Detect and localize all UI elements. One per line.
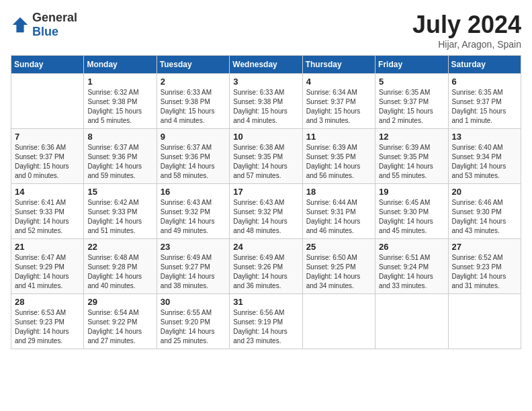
day-number: 21: [15, 242, 80, 252]
calendar-cell: 30 Sunrise: 6:55 AMSunset: 9:20 PMDaylig…: [157, 294, 229, 349]
day-info: Sunrise: 6:41 AMSunset: 9:33 PMDaylight:…: [15, 198, 80, 236]
day-info: Sunrise: 6:54 AMSunset: 9:22 PMDaylight:…: [87, 308, 152, 346]
calendar-cell: [375, 294, 448, 349]
calendar-cell: 31 Sunrise: 6:56 AMSunset: 9:19 PMDaylig…: [230, 294, 302, 349]
day-info: Sunrise: 6:39 AMSunset: 9:35 PMDaylight:…: [379, 143, 444, 181]
day-info: Sunrise: 6:39 AMSunset: 9:35 PMDaylight:…: [306, 143, 371, 181]
day-number: 16: [161, 187, 226, 197]
calendar-cell: [302, 294, 375, 349]
logo-icon: [11, 15, 30, 34]
calendar-cell: 12 Sunrise: 6:39 AMSunset: 9:35 PMDaylig…: [375, 129, 448, 184]
location: Hijar, Aragon, Spain: [412, 39, 521, 50]
weekday-header-wednesday: Wednesday: [230, 56, 302, 74]
calendar-week-row: 1 Sunrise: 6:32 AMSunset: 9:38 PMDayligh…: [11, 74, 521, 129]
calendar-week-row: 21 Sunrise: 6:47 AMSunset: 9:29 PMDaylig…: [11, 239, 521, 294]
day-number: 13: [452, 132, 517, 142]
day-number: 14: [15, 187, 80, 197]
logo: General Blue: [11, 11, 77, 39]
day-number: 25: [306, 242, 371, 252]
day-number: 20: [452, 187, 517, 197]
day-info: Sunrise: 6:44 AMSunset: 9:31 PMDaylight:…: [306, 198, 371, 236]
calendar-cell: 23 Sunrise: 6:49 AMSunset: 9:27 PMDaylig…: [157, 239, 229, 294]
calendar-cell: 19 Sunrise: 6:45 AMSunset: 9:30 PMDaylig…: [375, 184, 448, 239]
weekday-header-tuesday: Tuesday: [157, 56, 229, 74]
calendar-cell: 28 Sunrise: 6:53 AMSunset: 9:23 PMDaylig…: [11, 294, 84, 349]
day-number: 28: [15, 297, 80, 307]
calendar-cell: 26 Sunrise: 6:51 AMSunset: 9:24 PMDaylig…: [375, 239, 448, 294]
calendar-cell: [11, 74, 84, 129]
day-info: Sunrise: 6:32 AMSunset: 9:38 PMDaylight:…: [87, 88, 152, 126]
calendar-cell: 11 Sunrise: 6:39 AMSunset: 9:35 PMDaylig…: [302, 129, 375, 184]
day-info: Sunrise: 6:35 AMSunset: 9:37 PMDaylight:…: [452, 88, 517, 126]
day-info: Sunrise: 6:43 AMSunset: 9:32 PMDaylight:…: [161, 198, 226, 236]
day-info: Sunrise: 6:46 AMSunset: 9:30 PMDaylight:…: [452, 198, 517, 236]
day-info: Sunrise: 6:38 AMSunset: 9:35 PMDaylight:…: [233, 143, 298, 181]
calendar-cell: 9 Sunrise: 6:37 AMSunset: 9:36 PMDayligh…: [157, 129, 229, 184]
calendar-cell: 14 Sunrise: 6:41 AMSunset: 9:33 PMDaylig…: [11, 184, 84, 239]
day-number: 19: [379, 187, 444, 197]
weekday-header-thursday: Thursday: [302, 56, 375, 74]
page-header: General Blue July 2024 Hijar, Aragon, Sp…: [11, 11, 521, 50]
calendar-cell: 3 Sunrise: 6:33 AMSunset: 9:38 PMDayligh…: [230, 74, 302, 129]
day-info: Sunrise: 6:49 AMSunset: 9:27 PMDaylight:…: [161, 253, 226, 291]
calendar-table: SundayMondayTuesdayWednesdayThursdayFrid…: [11, 55, 521, 349]
day-number: 22: [87, 242, 152, 252]
svg-marker-0: [13, 17, 28, 32]
day-number: 26: [379, 242, 444, 252]
day-number: 7: [15, 132, 80, 142]
calendar-cell: 21 Sunrise: 6:47 AMSunset: 9:29 PMDaylig…: [11, 239, 84, 294]
calendar-cell: 24 Sunrise: 6:49 AMSunset: 9:26 PMDaylig…: [230, 239, 302, 294]
day-number: 29: [87, 297, 152, 307]
calendar-cell: 2 Sunrise: 6:33 AMSunset: 9:38 PMDayligh…: [157, 74, 229, 129]
day-info: Sunrise: 6:33 AMSunset: 9:38 PMDaylight:…: [161, 88, 226, 126]
logo-text: General Blue: [32, 11, 77, 39]
calendar-cell: 27 Sunrise: 6:52 AMSunset: 9:23 PMDaylig…: [448, 239, 521, 294]
day-number: 10: [233, 132, 298, 142]
calendar-cell: [448, 294, 521, 349]
day-number: 30: [161, 297, 226, 307]
title-area: July 2024 Hijar, Aragon, Spain: [412, 11, 521, 50]
calendar-week-row: 7 Sunrise: 6:36 AMSunset: 9:37 PMDayligh…: [11, 129, 521, 184]
month-title: July 2024: [412, 11, 521, 39]
day-number: 6: [452, 77, 517, 87]
calendar-cell: 29 Sunrise: 6:54 AMSunset: 9:22 PMDaylig…: [84, 294, 157, 349]
day-info: Sunrise: 6:35 AMSunset: 9:37 PMDaylight:…: [379, 88, 444, 126]
day-number: 9: [161, 132, 226, 142]
calendar-week-row: 28 Sunrise: 6:53 AMSunset: 9:23 PMDaylig…: [11, 294, 521, 349]
day-number: 27: [452, 242, 517, 252]
day-number: 31: [233, 297, 298, 307]
day-number: 17: [233, 187, 298, 197]
day-info: Sunrise: 6:37 AMSunset: 9:36 PMDaylight:…: [161, 143, 226, 181]
day-number: 12: [379, 132, 444, 142]
logo-general: General: [32, 11, 77, 24]
day-info: Sunrise: 6:40 AMSunset: 9:34 PMDaylight:…: [452, 143, 517, 181]
weekday-header-monday: Monday: [84, 56, 157, 74]
weekday-header-row: SundayMondayTuesdayWednesdayThursdayFrid…: [11, 56, 521, 74]
weekday-header-sunday: Sunday: [11, 56, 84, 74]
day-number: 11: [306, 132, 371, 142]
calendar-cell: 18 Sunrise: 6:44 AMSunset: 9:31 PMDaylig…: [302, 184, 375, 239]
day-info: Sunrise: 6:33 AMSunset: 9:38 PMDaylight:…: [233, 88, 298, 126]
day-number: 23: [161, 242, 226, 252]
day-info: Sunrise: 6:51 AMSunset: 9:24 PMDaylight:…: [379, 253, 444, 291]
calendar-cell: 10 Sunrise: 6:38 AMSunset: 9:35 PMDaylig…: [230, 129, 302, 184]
calendar-cell: 4 Sunrise: 6:34 AMSunset: 9:37 PMDayligh…: [302, 74, 375, 129]
day-number: 18: [306, 187, 371, 197]
day-info: Sunrise: 6:52 AMSunset: 9:23 PMDaylight:…: [452, 253, 517, 291]
day-info: Sunrise: 6:43 AMSunset: 9:32 PMDaylight:…: [233, 198, 298, 236]
calendar-cell: 22 Sunrise: 6:48 AMSunset: 9:28 PMDaylig…: [84, 239, 157, 294]
calendar-cell: 20 Sunrise: 6:46 AMSunset: 9:30 PMDaylig…: [448, 184, 521, 239]
day-number: 1: [87, 77, 152, 87]
day-info: Sunrise: 6:56 AMSunset: 9:19 PMDaylight:…: [233, 308, 298, 346]
logo-blue: Blue: [32, 25, 58, 38]
calendar-week-row: 14 Sunrise: 6:41 AMSunset: 9:33 PMDaylig…: [11, 184, 521, 239]
day-info: Sunrise: 6:36 AMSunset: 9:37 PMDaylight:…: [15, 143, 80, 181]
day-info: Sunrise: 6:48 AMSunset: 9:28 PMDaylight:…: [87, 253, 152, 291]
calendar-cell: 13 Sunrise: 6:40 AMSunset: 9:34 PMDaylig…: [448, 129, 521, 184]
day-number: 4: [306, 77, 371, 87]
day-info: Sunrise: 6:34 AMSunset: 9:37 PMDaylight:…: [306, 88, 371, 126]
weekday-header-friday: Friday: [375, 56, 448, 74]
calendar-cell: 15 Sunrise: 6:42 AMSunset: 9:33 PMDaylig…: [84, 184, 157, 239]
day-info: Sunrise: 6:47 AMSunset: 9:29 PMDaylight:…: [15, 253, 80, 291]
calendar-cell: 8 Sunrise: 6:37 AMSunset: 9:36 PMDayligh…: [84, 129, 157, 184]
